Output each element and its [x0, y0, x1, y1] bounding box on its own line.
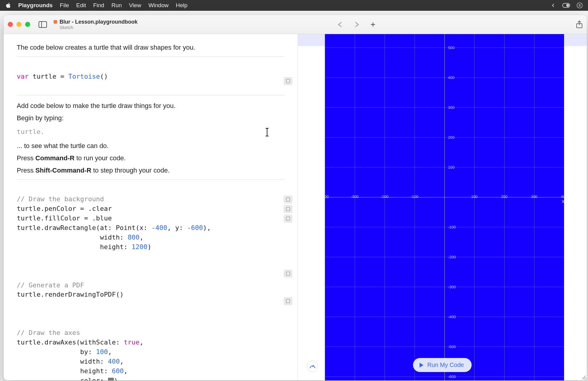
nav-back-icon[interactable] [338, 22, 343, 28]
menu-help[interactable]: Help [176, 2, 188, 9]
instruction-text: Press Command-R to run your code. [17, 153, 284, 163]
svg-point-1 [566, 4, 569, 7]
instruction-text: Press Shift-Command-R to step through yo… [17, 165, 284, 175]
grid-line-vertical [504, 34, 505, 380]
add-page-icon[interactable] [370, 22, 376, 28]
menu-app-name[interactable]: Playgrounds [18, 2, 53, 9]
svg-rect-6 [286, 79, 290, 83]
axis-tick-label: -300 [351, 194, 359, 199]
result-marker-icon[interactable] [284, 196, 292, 203]
grid-line-vertical [564, 34, 564, 380]
axis-tick-label: -200 [448, 255, 456, 259]
window-close-button[interactable] [8, 22, 13, 27]
axis-tick-label: -100 [411, 194, 418, 199]
share-icon[interactable] [576, 21, 583, 28]
divider [17, 57, 284, 57]
menu-edit[interactable]: Edit [76, 2, 86, 9]
menu-file[interactable]: File [60, 2, 69, 9]
menu-window[interactable]: Window [148, 2, 169, 9]
divider [17, 179, 284, 180]
svg-rect-11 [286, 299, 290, 303]
axis-tick-label: -300 [448, 285, 456, 289]
mac-menu-bar: Playgrounds File Edit Find Run View Wind… [0, 0, 588, 11]
text-cursor-icon [267, 129, 267, 136]
code-editor-pane[interactable]: The code below creates a turtle that wil… [4, 34, 298, 380]
grid-line-vertical [534, 34, 534, 380]
divider [17, 95, 284, 95]
axis-tick-label: -100 [448, 225, 456, 229]
svg-rect-3 [39, 22, 47, 28]
axis-tick-label: -400 [321, 194, 329, 199]
axis-tick-label: -200 [381, 194, 389, 199]
color-literal-swatch[interactable] [108, 378, 114, 380]
axis-tick-label: 400 [561, 194, 567, 199]
svg-rect-7 [286, 198, 290, 201]
live-view-pane: X 500400300200100-100-200-300-400-500-60… [298, 34, 587, 380]
window-subtitle: Sketch [60, 25, 138, 30]
toggle-switch-icon[interactable] [562, 3, 570, 8]
nav-forward-icon[interactable] [354, 22, 359, 28]
axis-tick-label: -600 [448, 374, 456, 379]
app-window: Blur - Lesson.playgroundbook Sketch [4, 15, 587, 380]
menu-find[interactable]: Find [93, 2, 104, 9]
intro-text: The code below creates a turtle that wil… [17, 42, 284, 52]
axis-tick-label: 300 [448, 105, 455, 110]
menu-view[interactable]: View [129, 2, 141, 9]
run-my-code-button[interactable]: Run My Code [413, 358, 472, 372]
grid-line-vertical [415, 34, 415, 380]
file-type-icon [54, 20, 57, 24]
grid-line-vertical [355, 34, 355, 380]
axis-tick-label: -500 [448, 345, 456, 349]
menu-run[interactable]: Run [111, 2, 122, 9]
svg-line-15 [585, 379, 586, 379]
window-minimize-button[interactable] [16, 22, 22, 27]
window-titlebar: Blur - Lesson.playgroundbook Sketch [4, 15, 587, 34]
result-marker-icon[interactable] [284, 77, 292, 85]
axis-tick-label: -400 [448, 315, 456, 319]
result-marker-icon[interactable] [284, 205, 292, 213]
axis-tick-label: 200 [448, 135, 455, 140]
code-block-pdf[interactable]: // Generate a PDF turtle.renderDrawingTo… [17, 271, 284, 309]
window-title: Blur - Lesson.playgroundbook [60, 19, 138, 25]
axis-tick-label: 200 [501, 194, 508, 199]
axis-tick-label: 400 [448, 75, 455, 80]
code-line-decl[interactable]: var turtle = Tortoise() [17, 62, 284, 91]
drawing-canvas: X 500400300200100-100-200-300-400-500-60… [325, 34, 587, 380]
run-button-label: Run My Code [427, 362, 464, 368]
axis-tick-label: 300 [531, 194, 537, 199]
svg-rect-8 [286, 207, 290, 211]
result-marker-icon[interactable] [284, 270, 292, 278]
grid-line-vertical [325, 34, 325, 380]
axis-tick-label: 100 [471, 194, 478, 199]
sidebar-toggle-icon[interactable] [39, 21, 47, 28]
result-marker-icon[interactable] [284, 215, 292, 222]
grid-line-vertical [385, 34, 385, 380]
chevron-left-icon[interactable] [551, 3, 556, 8]
instruction-text: ... to see what the turtle can do. [17, 141, 284, 151]
code-block-background[interactable]: // Draw the background turtle.penColor =… [17, 185, 284, 261]
apple-logo-icon[interactable] [5, 3, 11, 8]
instruction-text: Begin by typing: [17, 113, 284, 123]
code-block-axes[interactable]: // Draw the axes turtle.drawAxes(withSca… [17, 318, 284, 380]
svg-rect-10 [286, 272, 290, 275]
grid-line-vertical [474, 34, 475, 380]
result-marker-icon[interactable] [284, 297, 292, 305]
instruction-text: Add code below to make the turtle draw t… [17, 101, 284, 111]
resize-handle-icon[interactable] [581, 374, 586, 379]
speed-gauge-icon[interactable] [307, 361, 318, 372]
axis-tick-label: 100 [448, 165, 455, 170]
window-zoom-button[interactable] [25, 22, 30, 27]
svg-rect-9 [286, 217, 290, 220]
hint-code: turtle. [17, 127, 284, 137]
axis-tick-label: 500 [448, 45, 455, 50]
control-center-icon[interactable] [577, 2, 583, 8]
